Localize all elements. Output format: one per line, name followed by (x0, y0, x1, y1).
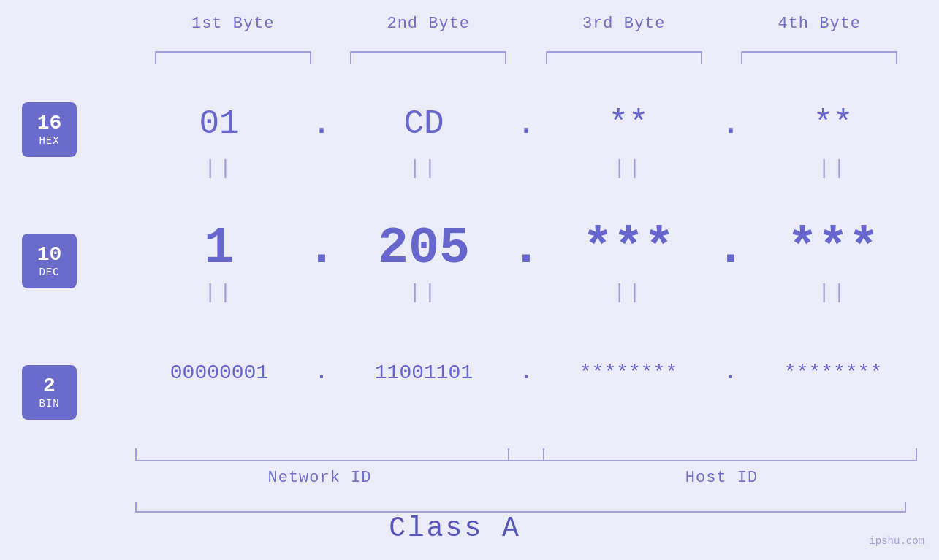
equals-row-1: || || || || (135, 153, 917, 183)
bin-b3: ******** (544, 361, 712, 384)
dec-dot2: . (508, 220, 544, 277)
dec-num: 10 (37, 244, 62, 266)
dec-b2: 205 (340, 220, 508, 277)
dec-dot3: . (712, 220, 749, 277)
bin-b4: ******** (749, 361, 917, 384)
eq2-b4: || (749, 281, 917, 304)
eq2-b3: || (544, 281, 712, 304)
hex-dot3: . (712, 105, 749, 143)
bracket-2-shape (350, 51, 506, 64)
hex-b2: CD (340, 105, 508, 143)
byte1-header: 1st Byte (135, 15, 331, 33)
eq1-b2: || (340, 157, 508, 180)
bracket-1 (135, 51, 331, 64)
hex-b3: ** (544, 105, 712, 143)
full-bracket-left (135, 502, 137, 513)
bracket-3 (526, 51, 722, 64)
website-label: ipshu.com (869, 535, 924, 547)
bracket-4 (722, 51, 918, 64)
hex-dot2: . (508, 105, 544, 143)
dec-badge: 10 DEC (22, 234, 77, 288)
hex-badge: 16 HEX (22, 102, 77, 157)
eq1-b4: || (749, 157, 917, 180)
top-brackets (135, 51, 917, 64)
hex-b1: 01 (135, 105, 303, 143)
bin-b1: 00000001 (135, 361, 303, 384)
bottom-labels: Network ID Host ID (135, 469, 917, 487)
bin-row: 00000001 . 11001101 . ******** . *******… (135, 343, 917, 402)
bracket-2 (331, 51, 527, 64)
bin-dot2: . (508, 361, 544, 384)
base-labels: 16 HEX 10 DEC 2 BIN (22, 102, 77, 420)
bin-dot3: . (712, 361, 749, 384)
dec-b1: 1 (135, 220, 303, 277)
host-id-label: Host ID (526, 469, 917, 487)
byte4-header: 4th Byte (722, 15, 918, 33)
byte-headers: 1st Byte 2nd Byte 3rd Byte 4th Byte (135, 15, 917, 33)
bottom-area: Network ID Host ID (135, 447, 917, 487)
class-label: Class A (0, 513, 910, 544)
main-container: 1st Byte 2nd Byte 3rd Byte 4th Byte 16 H… (0, 0, 939, 560)
bin-badge: 2 BIN (22, 365, 77, 420)
bin-num: 2 (43, 375, 56, 398)
dec-b4: *** (749, 220, 917, 277)
rows-area: 01 . CD . ** . ** || || || || 1 . 205 . … (135, 95, 917, 402)
bracket-3-shape (546, 51, 702, 64)
bracket-1-shape (155, 51, 311, 64)
dec-b3: *** (544, 220, 712, 277)
bottom-brackets (135, 447, 917, 461)
bin-label: BIN (39, 398, 59, 410)
byte3-header: 3rd Byte (526, 15, 722, 33)
eq2-b1: || (135, 281, 303, 304)
equals-row-2: || || || || (135, 277, 917, 307)
hex-dot1: . (303, 105, 340, 143)
hex-label: HEX (39, 135, 59, 147)
dec-row: 1 . 205 . *** . *** (135, 219, 917, 277)
hex-row: 01 . CD . ** . ** (135, 95, 917, 153)
bin-dot1: . (303, 361, 340, 384)
hex-num: 16 (37, 112, 62, 135)
bin-b2: 11001101 (340, 361, 508, 384)
eq1-b1: || (135, 157, 303, 180)
eq1-b3: || (544, 157, 712, 180)
dec-label: DEC (39, 266, 59, 278)
dec-dot1: . (303, 220, 340, 277)
eq2-b2: || (340, 281, 508, 304)
network-id-label: Network ID (135, 469, 526, 487)
network-bracket (135, 448, 544, 461)
host-bracket (508, 448, 917, 461)
full-bracket-right (905, 502, 906, 513)
byte2-header: 2nd Byte (331, 15, 527, 33)
bracket-4-shape (741, 51, 897, 64)
hex-b4: ** (749, 105, 917, 143)
